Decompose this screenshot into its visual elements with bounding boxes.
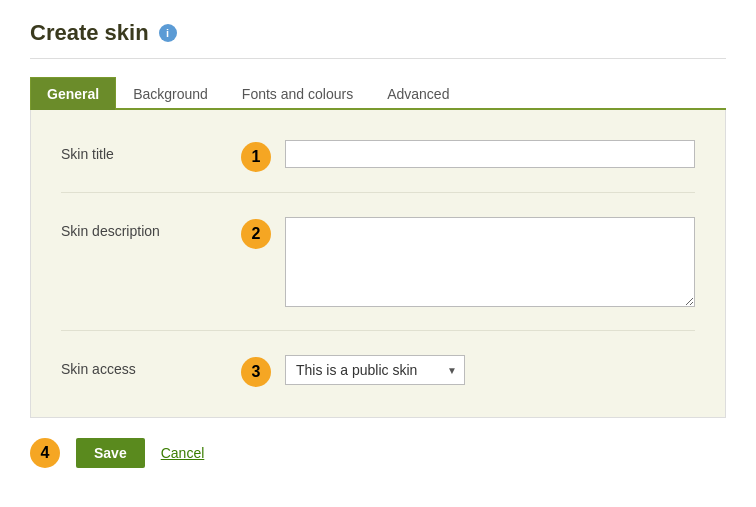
step-1-badge: 1	[241, 142, 271, 172]
cancel-button[interactable]: Cancel	[161, 445, 205, 461]
save-button[interactable]: Save	[76, 438, 145, 468]
skin-access-row: Skin access 3 This is a public skin This…	[61, 355, 695, 387]
info-icon[interactable]: i	[159, 24, 177, 42]
form-area: Skin title 1 Skin description 2 Skin acc…	[30, 110, 726, 418]
page-header: Create skin i	[30, 20, 726, 59]
skin-description-control	[285, 217, 695, 310]
skin-access-select-wrap: This is a public skin This is a private …	[285, 355, 465, 385]
skin-access-control: This is a public skin This is a private …	[285, 355, 695, 385]
step-3-badge: 3	[241, 357, 271, 387]
skin-description-textarea[interactable]	[285, 217, 695, 307]
skin-title-row: Skin title 1	[61, 140, 695, 193]
tab-general[interactable]: General	[30, 77, 116, 110]
tab-bar: General Background Fonts and colours Adv…	[30, 77, 726, 110]
skin-description-label: Skin description	[61, 217, 241, 239]
skin-access-select[interactable]: This is a public skin This is a private …	[285, 355, 465, 385]
skin-description-row: Skin description 2	[61, 217, 695, 331]
tab-advanced[interactable]: Advanced	[370, 77, 466, 110]
page-title: Create skin	[30, 20, 149, 46]
tab-fonts-colours[interactable]: Fonts and colours	[225, 77, 370, 110]
tab-background[interactable]: Background	[116, 77, 225, 110]
skin-title-input[interactable]	[285, 140, 695, 168]
skin-access-label: Skin access	[61, 355, 241, 377]
form-actions: 4 Save Cancel	[30, 438, 726, 468]
skin-title-label: Skin title	[61, 140, 241, 162]
skin-title-control	[285, 140, 695, 168]
step-4-badge: 4	[30, 438, 60, 468]
step-2-badge: 2	[241, 219, 271, 249]
